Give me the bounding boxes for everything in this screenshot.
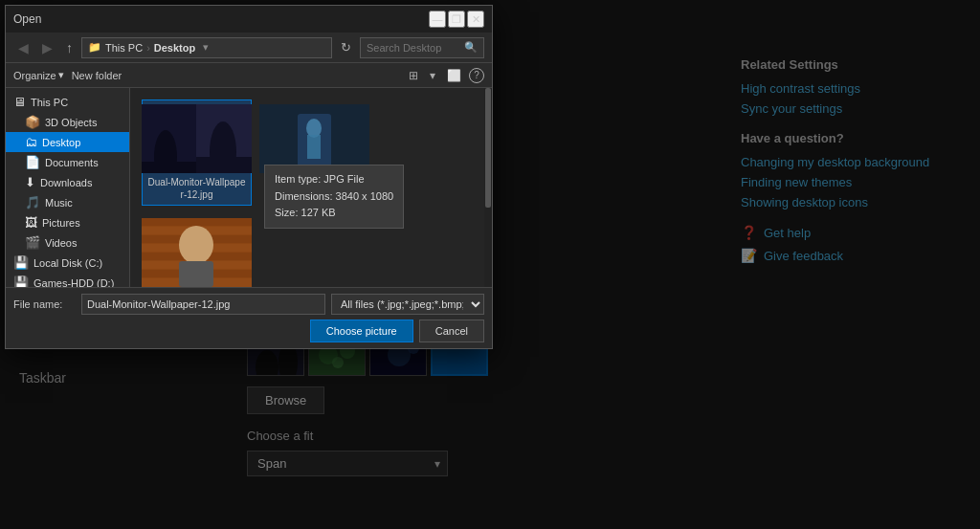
file-dialog: Open — ❐ ✕ ◀ ▶ ↑ 📁 This PC › Desktop ▾ ↻… (5, 5, 493, 349)
dialog-body: 🖥 This PC 📦 3D Objects 🗂 Desktop 📄 Docum… (6, 88, 492, 287)
svg-rect-23 (142, 218, 252, 226)
svg-rect-16 (196, 157, 252, 173)
sidebar-item-music[interactable]: 🎵 Music (6, 192, 129, 212)
organize-label: Organize (13, 70, 56, 81)
view-options-button[interactable]: ▾ (426, 67, 439, 84)
refresh-button[interactable]: ↻ (336, 38, 356, 56)
filelist-scrollbar-thumb (485, 88, 491, 208)
organize-button[interactable]: Organize ▾ (13, 69, 64, 81)
breadcrumb-folder-icon: 📁 (88, 41, 101, 54)
sidebar-item-videos[interactable]: 🎬 Videos (6, 232, 129, 253)
toolbar-right: ⊞ ▾ ⬜ ? (405, 67, 484, 84)
sidebar-item-desktop[interactable]: 🗂 Desktop (6, 132, 129, 152)
sidebar-item-documents[interactable]: 📄 Documents (6, 152, 129, 172)
dialog-title: Open (13, 12, 427, 26)
search-box: 🔍 (360, 37, 484, 58)
svg-rect-15 (142, 162, 196, 173)
file-item-3[interactable]: face-photo.jpg (142, 213, 252, 287)
games-d-icon: 💾 (13, 276, 29, 287)
local-c-icon: 💾 (13, 255, 29, 270)
organize-dropdown-icon: ▾ (58, 69, 64, 81)
back-button[interactable]: ◀ (13, 38, 33, 57)
file-thumbnail-1 (142, 104, 252, 173)
sidebar-item-3d-objects[interactable]: 📦 3D Objects (6, 112, 129, 132)
svg-rect-21 (307, 135, 321, 159)
dialog-toolbar2: Organize ▾ New folder ⊞ ▾ ⬜ ? (6, 63, 492, 88)
filelist-scrollbar[interactable] (484, 88, 492, 287)
file-thumbnail-3 (142, 218, 252, 287)
view-button[interactable]: ⊞ (405, 67, 422, 84)
filename-label: File name: (13, 298, 76, 310)
desktop-icon: 🗂 (25, 135, 37, 149)
breadcrumb-desktop[interactable]: Desktop (154, 42, 195, 54)
breadcrumb-separator: › (146, 42, 150, 54)
filetype-select[interactable]: All files (*.jpg;*.jpeg;*.bmp;*.dib;*.pn (331, 294, 484, 315)
dialog-filelist[interactable]: Dual-Monitor-Wallpaper-12.jpg Dual-Moni (130, 88, 484, 287)
pane-toggle-button[interactable]: ⬜ (443, 67, 465, 84)
sidebar-item-downloads[interactable]: ⬇ Downloads (6, 172, 129, 192)
videos-icon: 🎬 (25, 235, 40, 250)
help-button[interactable]: ? (469, 68, 484, 83)
file-tooltip: Item type: JPG File Dimensions: 3840 x 1… (264, 165, 404, 229)
sidebar-item-pictures[interactable]: 🖼 Pictures (6, 212, 129, 232)
choose-picture-button[interactable]: Choose picture (310, 320, 413, 342)
breadcrumb: 📁 This PC › Desktop ▾ (81, 37, 332, 58)
sidebar-item-this-pc[interactable]: 🖥 This PC (6, 92, 129, 112)
file-item-1[interactable]: Dual-Monitor-Wallpaper-12.jpg (142, 99, 252, 206)
tooltip-item-type: Item type: JPG File (275, 171, 393, 188)
svg-rect-32 (179, 261, 213, 287)
filename-input[interactable] (81, 294, 325, 315)
breadcrumb-this-pc[interactable]: This PC (105, 42, 143, 54)
file-name-1: Dual-Monitor-Wallpaper-12.jpg (146, 176, 247, 201)
filename-row: File name: All files (*.jpg;*.jpeg;*.bmp… (13, 294, 484, 315)
3d-objects-icon: 📦 (25, 115, 40, 129)
pictures-icon: 🖼 (25, 215, 37, 230)
up-button[interactable]: ↑ (61, 38, 78, 57)
documents-icon: 📄 (25, 155, 40, 169)
file-thumbnail-2 (259, 104, 369, 173)
dialog-titlebar: Open — ❐ ✕ (6, 6, 492, 33)
this-pc-icon: 🖥 (13, 95, 26, 109)
new-folder-button[interactable]: New folder (72, 70, 122, 81)
tooltip-size: Size: 127 KB (275, 205, 393, 222)
forward-button[interactable]: ▶ (37, 38, 57, 57)
minimize-button[interactable]: — (429, 11, 446, 28)
search-input[interactable] (367, 42, 460, 54)
dialog-actions: Choose picture Cancel (13, 320, 484, 342)
search-icon: 🔍 (464, 41, 478, 54)
cancel-button[interactable]: Cancel (419, 320, 484, 342)
music-icon: 🎵 (25, 195, 40, 209)
dialog-bottom: File name: All files (*.jpg;*.jpeg;*.bmp… (6, 287, 492, 348)
svg-point-31 (179, 226, 213, 264)
close-button[interactable]: ✕ (467, 11, 484, 28)
dialog-toolbar: ◀ ▶ ↑ 📁 This PC › Desktop ▾ ↻ 🔍 (6, 33, 492, 63)
maximize-button[interactable]: ❐ (448, 11, 465, 28)
tooltip-dimensions: Dimensions: 3840 x 1080 (275, 188, 393, 206)
dialog-sidebar: 🖥 This PC 📦 3D Objects 🗂 Desktop 📄 Docum… (6, 88, 130, 287)
sidebar-item-local-c[interactable]: 💾 Local Disk (C:) (6, 253, 129, 273)
breadcrumb-dropdown-icon[interactable]: ▾ (203, 41, 209, 54)
downloads-icon: ⬇ (25, 175, 35, 189)
sidebar-item-games-d[interactable]: 💾 Games-HDD (D:) (6, 273, 129, 287)
